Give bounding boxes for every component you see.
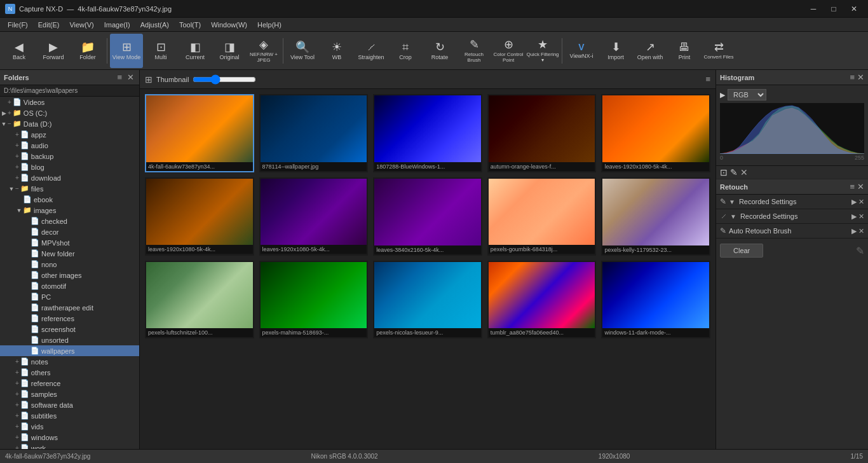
- maximize-button[interactable]: □: [825, 3, 843, 15]
- thumbnail-item-img9[interactable]: pexels-goumbik-684318j...: [487, 177, 597, 256]
- thumbnail-item-img13[interactable]: pexels-nicolas-lesueur-9...: [373, 261, 482, 339]
- view-mode-button[interactable]: ⊞ View Mode: [110, 34, 143, 68]
- folder-tree-item-otomotif[interactable]: 📄otomotif: [0, 280, 139, 291]
- channel-select[interactable]: RGB Red Green Blue: [728, 89, 766, 100]
- thumbnail-item-img8[interactable]: leaves-3840x2160-5k-4k...: [373, 177, 482, 256]
- folder-tree-item-samples[interactable]: +📄samples: [0, 389, 139, 399]
- retouch-brush-button[interactable]: ✎ Retouch Brush: [458, 34, 491, 68]
- recorded-settings-arrow-right-2[interactable]: ▶: [851, 212, 857, 221]
- thumbnail-item-img1[interactable]: 4k-fall-6aukw73e87yn34...: [145, 94, 254, 172]
- thumbnail-item-img3[interactable]: 1807288-BlueWindows-1...: [373, 94, 482, 172]
- thumbnail-item-img14[interactable]: tumblr_aa80e75fa06eed40...: [487, 261, 597, 339]
- folder-tree-item-notes[interactable]: +📄notes: [0, 356, 139, 367]
- folder-tree-item-pc[interactable]: 📄PC: [0, 291, 139, 302]
- folder-tree-item-audio[interactable]: +📄audio: [0, 140, 139, 151]
- folder-tree-item-data-d[interactable]: ▼−📁Data (D:): [0, 118, 139, 129]
- folder-tree-item-windows[interactable]: +📄windows: [0, 432, 139, 443]
- menu-item-adjust[interactable]: Adjust(A): [135, 20, 174, 30]
- folder-tree-item-mpvshot[interactable]: 📄MPVshot: [0, 237, 139, 248]
- multi-button[interactable]: ⊡ Multi: [144, 34, 177, 68]
- folder-tree-item-appz[interactable]: +📄appz: [0, 129, 139, 140]
- retouch-close-button[interactable]: ✕: [857, 182, 864, 191]
- print-button[interactable]: 🖶 Print: [668, 34, 701, 68]
- retouch-collapse-button[interactable]: ≡: [850, 182, 855, 191]
- folder-tree-item-backup[interactable]: +📄backup: [0, 151, 139, 162]
- folders-collapse-button[interactable]: ≡: [116, 73, 123, 82]
- crop-button[interactable]: ⌗ Crop: [389, 34, 422, 68]
- retouch-edit-button[interactable]: ✎: [730, 167, 738, 177]
- open-with-button[interactable]: ↗ Open with: [634, 34, 667, 68]
- thumbnail-item-img5[interactable]: leaves-1920x1080-5k-4k...: [601, 94, 710, 172]
- straighten-button[interactable]: ⟋ Straighten: [355, 34, 388, 68]
- nef-nrw-button[interactable]: ◈ NEF/NRW + JPEG: [247, 34, 280, 68]
- folder-tree-item-blog[interactable]: +📄blog: [0, 162, 139, 172]
- menu-item-file[interactable]: File(F): [3, 20, 33, 30]
- auto-retouch-close[interactable]: ✕: [858, 227, 864, 235]
- menu-item-edit[interactable]: Edit(E): [33, 20, 65, 30]
- thumbnail-item-img6[interactable]: leaves-1920x1080-5k-4k...: [145, 177, 254, 256]
- folder-tree-item-files[interactable]: ▼−📁files: [0, 183, 139, 194]
- menu-item-view[interactable]: View(V): [64, 20, 98, 30]
- thumbnail-item-img2[interactable]: 878114--wallpaper.jpg: [259, 94, 369, 172]
- folder-tree-item-videos[interactable]: +📄Videos: [0, 97, 139, 107]
- menu-item-window[interactable]: Window(W): [206, 20, 252, 30]
- folders-close-button[interactable]: ✕: [126, 73, 135, 82]
- wb-button[interactable]: ☀ WB: [320, 34, 353, 68]
- folder-tree-item-subtitles[interactable]: +📄subtitles: [0, 410, 139, 421]
- minimize-button[interactable]: ─: [804, 3, 822, 15]
- tree-folder-icon: 📄: [20, 379, 29, 387]
- recorded-settings-close-2[interactable]: ✕: [858, 212, 864, 221]
- thumbnail-item-img7[interactable]: leaves-1920x1080-5k-4k...: [259, 177, 369, 256]
- retouch-delete-button[interactable]: ✕: [740, 167, 748, 177]
- folder-tree-item-work[interactable]: +📄work: [0, 443, 139, 449]
- forward-button[interactable]: ▶ Forward: [37, 34, 70, 68]
- view-tool-button[interactable]: 🔍 View Tool: [286, 34, 319, 68]
- folder-tree-item-wallpapers[interactable]: 📄wallpapers: [0, 345, 139, 356]
- viewnx-i-button[interactable]: V ViewNX-i: [565, 34, 598, 68]
- histogram-collapse-button[interactable]: ≡: [850, 73, 855, 82]
- thumbnail-item-img10[interactable]: pexels-kelly-1179532-23...: [601, 177, 710, 256]
- folder-tree-item-unsorted[interactable]: 📄unsorted: [0, 335, 139, 345]
- convert-files-button[interactable]: ⇄ Convert Files: [702, 34, 735, 68]
- thumbnail-item-img12[interactable]: pexels-mahima-518693-...: [259, 261, 369, 339]
- thumbnail-item-img11[interactable]: pexels-luftschnitzel-100...: [145, 261, 254, 339]
- auto-retouch-arrow-right[interactable]: ▶: [851, 227, 857, 235]
- import-button[interactable]: ⬇ Import: [599, 34, 632, 68]
- menu-item-image[interactable]: Image(I): [99, 20, 135, 30]
- folder-tree-item-images[interactable]: ▼📁images: [0, 205, 139, 216]
- current-button[interactable]: ◧ Current: [179, 34, 212, 68]
- folder-tree-item-download[interactable]: +📄download: [0, 172, 139, 183]
- folder-button[interactable]: 📁 Folder: [71, 34, 104, 68]
- clear-button[interactable]: Clear: [720, 244, 763, 258]
- folder-tree-item-other-images[interactable]: 📄other images: [0, 270, 139, 280]
- menu-item-tool[interactable]: Tool(T): [174, 20, 206, 30]
- folder-tree-item-decor[interactable]: 📄decor: [0, 226, 139, 237]
- folder-tree-item-vids[interactable]: +📄vids: [0, 421, 139, 432]
- thumbnail-menu-button[interactable]: ≡: [705, 74, 710, 84]
- folder-tree-item-checked[interactable]: 📄checked: [0, 216, 139, 226]
- folder-tree-item-ebook[interactable]: 📄ebook: [0, 194, 139, 205]
- retouch-stamp-button[interactable]: ⊡: [720, 167, 728, 177]
- folder-tree-item-os-c[interactable]: ▶+📁OS (C:): [0, 107, 139, 118]
- folder-tree-item-screenshot[interactable]: 📄screenshot: [0, 324, 139, 335]
- thumbnail-item-img4[interactable]: autumn-orange-leaves-f...: [487, 94, 597, 172]
- recorded-settings-close-1[interactable]: ✕: [858, 198, 864, 206]
- quick-filtering-button[interactable]: ★ Quick Filtering ▾: [526, 34, 559, 68]
- original-button[interactable]: ◨ Original: [213, 34, 246, 68]
- recorded-settings-arrow-right-1[interactable]: ▶: [851, 198, 857, 206]
- folder-tree-item-new-folder[interactable]: 📄New folder: [0, 248, 139, 259]
- close-button[interactable]: ✕: [845, 3, 863, 15]
- folder-tree-item-rawtherapee[interactable]: 📄rawtherapee edit: [0, 302, 139, 313]
- thumbnail-size-slider[interactable]: [193, 74, 256, 85]
- folder-tree-item-reference[interactable]: +📄reference: [0, 378, 139, 389]
- folder-tree-item-software-data[interactable]: +📄software data: [0, 399, 139, 410]
- rotate-button[interactable]: ↻ Rotate: [423, 34, 456, 68]
- menu-item-help[interactable]: Help(H): [252, 20, 287, 30]
- color-control-point-button[interactable]: ⊕ Color Control Point: [492, 34, 525, 68]
- histogram-close-button[interactable]: ✕: [857, 73, 864, 82]
- back-button[interactable]: ◀ Back: [3, 34, 36, 68]
- folder-tree-item-nono[interactable]: 📄nono: [0, 259, 139, 270]
- folder-tree-item-references[interactable]: 📄references: [0, 313, 139, 324]
- thumbnail-item-img15[interactable]: windows-11-dark-mode-...: [601, 261, 710, 339]
- folder-tree-item-others[interactable]: +📄others: [0, 367, 139, 378]
